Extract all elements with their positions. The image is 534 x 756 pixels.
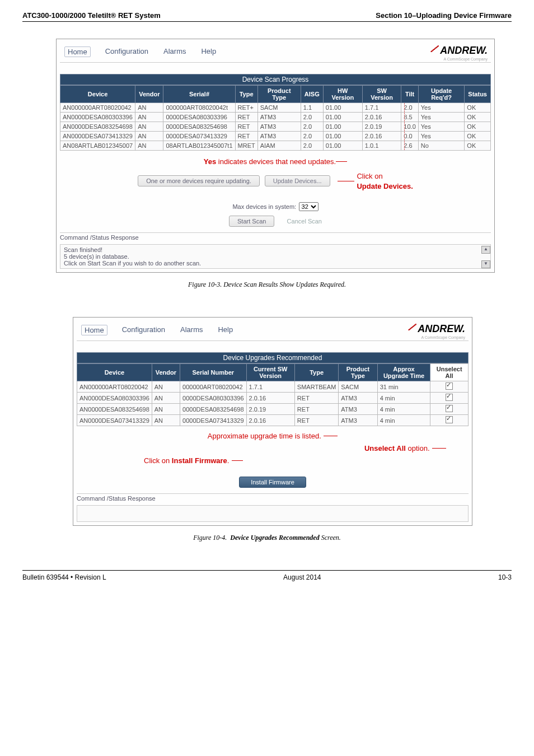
checkbox-icon[interactable] — [446, 416, 453, 423]
cell-update: No — [418, 141, 465, 151]
command-bar: Command /Status Response — [60, 232, 491, 241]
swoosh-icon: ⟋ — [428, 41, 440, 55]
status-log-2 — [77, 505, 469, 522]
col-update: Update Req'd? — [418, 86, 465, 103]
menu-help[interactable]: Help — [200, 46, 217, 57]
cell-tilt: 2.0 — [401, 103, 418, 113]
cell-hw: 01.00 — [323, 122, 362, 132]
menu-alarms[interactable]: Alarms — [163, 46, 186, 57]
install-firmware-button[interactable]: Install Firmware — [239, 477, 306, 488]
menu-help-2[interactable]: Help — [217, 325, 233, 335]
cell-time: 4 min — [377, 393, 430, 404]
scroll-up-icon[interactable]: ▲ — [481, 246, 490, 254]
scroll-down-icon[interactable]: ▼ — [481, 260, 490, 268]
col-device: Device — [60, 86, 135, 103]
scan-window: Home Configuration Alarms Help ⟋ANDREW. … — [56, 39, 495, 273]
cell-sw: 2.0.19 — [362, 122, 401, 132]
log-line-1: Scan finished! — [64, 246, 487, 253]
table-row[interactable]: AN0000DESA083254698AN0000DESA0832546982.… — [77, 404, 469, 415]
start-scan-button[interactable]: Start Scan — [229, 216, 274, 227]
cell-aisg: 1.1 — [301, 103, 323, 113]
cell-device: AN0000DESA080303396 — [60, 113, 135, 122]
cell-aisg: 2.0 — [301, 113, 323, 122]
cell-sw: 1.7.1 — [362, 103, 401, 113]
cell-vendor: AN — [152, 404, 180, 415]
col-aisg: AISG — [301, 86, 323, 103]
table-row[interactable]: AN0000DESA080303396AN0000DESA0803033962.… — [77, 393, 469, 404]
cancel-scan-button[interactable]: Cancel Scan — [287, 218, 322, 225]
col2-prod: Product Type — [339, 364, 377, 381]
update-hint-button[interactable]: One or more devices require updating. — [138, 175, 260, 186]
cell-status: OK — [465, 113, 491, 122]
cell-status: OK — [465, 141, 491, 151]
cell-product: AIAM — [257, 141, 301, 151]
cell-tilt: 8.5 — [401, 113, 418, 122]
cell-device: AN000000ART08020042 — [60, 103, 135, 113]
menu-configuration[interactable]: Configuration — [105, 46, 149, 57]
cell-cur: 2.0.16 — [246, 415, 294, 426]
status-log: Scan finished! 5 device(s) in database. … — [60, 244, 491, 269]
cell-update: Yes — [418, 113, 465, 122]
cell-checkbox[interactable] — [430, 415, 469, 426]
table-row[interactable]: AN08ARTLAB012345007AN08ARTLAB012345007t1… — [60, 141, 491, 151]
table-row[interactable]: AN000000ART08020042AN000000ART08020042tR… — [60, 103, 491, 113]
cell-cur: 1.7.1 — [246, 381, 294, 393]
table-row[interactable]: AN0000DESA083254698AN0000DESA083254698RE… — [60, 122, 491, 132]
menu-home[interactable]: Home — [64, 46, 91, 57]
cell-vendor: AN — [135, 132, 163, 141]
checkbox-icon[interactable] — [446, 405, 453, 412]
table-row[interactable]: AN000000ART08020042AN000000ART080200421.… — [77, 381, 469, 393]
cell-checkbox[interactable] — [430, 381, 469, 393]
cell-type: SMARTBEAM — [294, 381, 338, 393]
cell-serial: 0000DESA083254698 — [180, 404, 246, 415]
cell-vendor: AN — [152, 393, 180, 404]
callout-unselect-all: Unselect All option. — [364, 444, 430, 452]
scroll-widget[interactable]: ▲ ▼ — [481, 246, 489, 268]
cell-type: RET — [294, 393, 338, 404]
header-left: ATC300-1000/2000 Teletilt® RET System — [22, 11, 161, 20]
menu-home-2[interactable]: Home — [81, 325, 107, 335]
col-type: Type — [235, 86, 257, 103]
brand-logo: ⟋ANDREW. A CommScope Company — [428, 43, 491, 61]
cell-update: Yes — [418, 103, 465, 113]
cell-vendor: AN — [152, 381, 180, 393]
cell-device: AN08ARTLAB012345007 — [60, 141, 135, 151]
menu-configuration-2[interactable]: Configuration — [121, 325, 166, 335]
cell-time: 4 min — [377, 404, 430, 415]
brand-logo-2: ⟋ANDREW. A CommScope Company — [405, 321, 469, 339]
col-tilt: Tilt — [401, 86, 418, 103]
max-devices-select[interactable]: 32 — [299, 202, 318, 211]
checkbox-icon[interactable] — [446, 382, 453, 390]
figure1-caption: Figure 10-3. Device Scan Results Show Up… — [22, 281, 512, 289]
table-row[interactable]: AN0000DESA073413329AN0000DESA0734133292.… — [77, 415, 469, 426]
cell-sw: 2.0.16 — [362, 113, 401, 122]
cell-vendor: AN — [135, 122, 163, 132]
checkbox-icon[interactable] — [446, 394, 453, 401]
table-row[interactable]: AN0000DESA073413329AN0000DESA073413329RE… — [60, 132, 491, 141]
swoosh-icon-2: ⟋ — [405, 320, 418, 334]
callout-update-devices: Update Devices. — [357, 182, 413, 190]
menu-alarms-2[interactable]: Alarms — [180, 325, 203, 335]
cell-checkbox[interactable] — [430, 393, 469, 404]
cell-serial: 08ARTLAB012345007t1 — [163, 141, 235, 151]
cell-status: OK — [465, 103, 491, 113]
cell-type: RET — [235, 122, 257, 132]
col-hw: HW Version — [323, 86, 362, 103]
cell-device: AN0000DESA073413329 — [60, 132, 135, 141]
log-line-2: 5 device(s) in database. — [64, 253, 487, 260]
col2-cursw: Current SW Version — [246, 364, 294, 381]
footer-left: Bulletin 639544 • Revision L — [22, 573, 106, 581]
footer-right: 10-3 — [498, 573, 512, 581]
cell-vendor: AN — [135, 103, 163, 113]
cell-update: Yes — [418, 132, 465, 141]
cell-hw: 01.00 — [323, 103, 362, 113]
table-row[interactable]: AN0000DESA080303396AN0000DESA080303396RE… — [60, 113, 491, 122]
cell-checkbox[interactable] — [430, 404, 469, 415]
menu-bar-2: Home Configuration Alarms Help ⟋ANDREW. … — [77, 321, 469, 341]
cell-hw: 01.00 — [323, 132, 362, 141]
unselect-all-button[interactable]: Unselect All — [430, 364, 469, 381]
upgrade-table: Device Vendor Serial Number Current SW V… — [77, 363, 469, 426]
cell-vendor: AN — [135, 113, 163, 122]
cell-time: 31 min — [377, 381, 430, 393]
update-devices-button[interactable]: Update Devices... — [265, 175, 330, 186]
